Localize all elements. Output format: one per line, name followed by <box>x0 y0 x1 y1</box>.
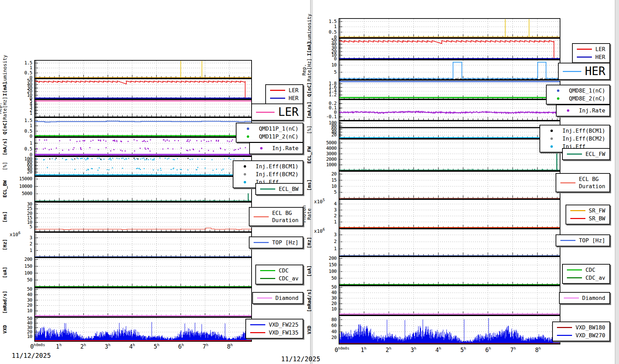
exp-label-hz: x106 <box>314 227 325 234</box>
legend-label: ECL_BW <box>279 185 299 193</box>
legend-entry: Diamond <box>564 294 605 302</box>
ytick-label: 5 <box>312 69 337 75</box>
ytick-label: 40 <box>312 290 337 295</box>
plot-her-q <box>339 80 560 99</box>
legend-box: HER <box>558 63 610 80</box>
legend-entry: Inj.Eff(BCM1) <box>544 127 605 134</box>
ytick-label: 10000 <box>8 183 32 189</box>
legend-entry: TOP [Hz] <box>560 237 605 244</box>
plot-her-photon <box>339 199 560 229</box>
line-marker-icon <box>567 277 582 278</box>
plot-her-lumi <box>339 18 560 38</box>
legend-entry: HER <box>563 65 605 77</box>
line-marker-icon <box>557 335 572 336</box>
plot-ler-ms <box>34 202 252 232</box>
legend-box: LER <box>251 104 303 121</box>
ytick-label: 15000 <box>8 176 32 181</box>
legend-entry: SR_BW <box>570 215 605 222</box>
legend-label: CDC_av <box>279 275 299 282</box>
line-marker-icon <box>560 182 575 183</box>
ytick-label: 1 <box>312 24 337 29</box>
line-marker-icon <box>250 332 265 333</box>
dot-marker-icon <box>550 130 553 132</box>
legend-label: VXD_BW180 <box>575 324 605 331</box>
ylabel-ms: [ms] <box>0 202 8 232</box>
ytick-label: 2 <box>8 241 32 246</box>
ytick-label: 1000 <box>312 162 337 167</box>
legend-entry: LER <box>270 87 299 94</box>
legend-label: ECL BG Duration <box>579 175 605 190</box>
xtick-label: 8h <box>524 346 552 353</box>
plot-her-rep <box>339 60 560 80</box>
ylabel-lumi: Luminosity <box>297 18 312 38</box>
beam-monitor-dashboard: 11/12/2025 11/12/2025 00.511.5Luminosity… <box>0 0 619 364</box>
dot-marker-icon <box>247 128 249 130</box>
legend-box: CDCCDC_av <box>255 265 303 284</box>
legend-label: CDC_av <box>585 274 605 281</box>
legend-label: Diamond <box>276 294 299 302</box>
ytick-label: 150 <box>312 262 337 267</box>
ytick-label: 1.5 <box>312 19 337 24</box>
ytick-label: 30 <box>8 297 32 303</box>
dot-marker-icon <box>557 97 559 100</box>
ytick-label: 5 <box>8 98 32 104</box>
legend-entry: LER <box>577 46 605 53</box>
ytick-label: 200 <box>8 256 32 262</box>
legend-box: QMD8E_1(nC)QMD8E_2(nC) <box>546 85 610 105</box>
line-marker-icon <box>577 57 592 58</box>
legend-box: LERHER <box>572 43 610 63</box>
legend-entry: Inj.Eff(BCM1) <box>238 163 299 170</box>
ylabel-rep: Rep.Rate[Hz] <box>297 60 312 80</box>
legend-label: LER <box>278 106 299 118</box>
xtick-label: 8h <box>216 343 244 350</box>
dot-marker-icon <box>247 135 249 138</box>
ytick-label: 0.2 <box>312 100 337 106</box>
line-marker-icon <box>270 90 285 91</box>
line-marker-icon <box>270 98 285 99</box>
plot-her-mrad <box>339 286 560 315</box>
ylabel-ima: I[mA] <box>0 78 8 99</box>
ytick-label: 100 <box>312 268 337 274</box>
legend-entry: Inj.Eff(BCM2) <box>238 171 299 178</box>
ytick-label: 2 <box>312 213 337 218</box>
legend-entry: SR_FW <box>570 207 605 214</box>
legend-label: TOP [Hz] <box>579 237 605 244</box>
ytick-label: 0.5 <box>8 70 32 75</box>
legend-box: VXD_BW180VXD_BW270 <box>552 321 610 341</box>
ytick-label: 0.5 <box>8 146 32 151</box>
legend-label: LER <box>289 87 299 94</box>
ytick-label: 3000 <box>312 151 337 156</box>
legend-label: LER <box>595 46 605 53</box>
legend-label: Inj.Eff(BCM2) <box>256 171 299 178</box>
xtick-label: 5h <box>449 346 477 353</box>
ytick-label: 2 <box>312 239 337 244</box>
legend-entry: VXD_FW135 <box>250 329 299 336</box>
ytick-label: 80 <box>312 317 337 322</box>
legend-label: QMD11P_2(nC) <box>259 133 299 140</box>
ytick-label: 20 <box>312 301 337 306</box>
ytick-label: 60 <box>312 323 337 328</box>
line-marker-icon <box>256 112 275 113</box>
ytick-label: 200 <box>312 255 337 261</box>
legend-entry: QMD8E_2(nC) <box>551 95 605 102</box>
legend-box: ECL BG Duration <box>556 173 610 192</box>
xtick-label: 7h <box>192 343 219 350</box>
ytick-label: 10 <box>8 308 32 313</box>
line-marker-icon <box>560 240 575 241</box>
ytick-label: 1 <box>8 65 32 70</box>
legend-label: VXD_FW225 <box>269 321 299 328</box>
legend-entry: Diamond <box>257 294 299 302</box>
legend-box: ECL BG Duration <box>249 207 303 226</box>
xtick-label: 5h <box>143 343 170 350</box>
line-marker-icon <box>570 218 585 219</box>
line-marker-icon <box>564 298 579 299</box>
legend-box: TOP [Hz] <box>249 236 303 248</box>
ylabel-pct: [%] <box>0 156 8 176</box>
ylabel-rep: Rep.Rate[Hz] <box>0 99 8 117</box>
ytick-label: 1 <box>8 140 32 146</box>
ytick-label: 20 <box>312 171 337 177</box>
ytick-label: 0.5 <box>312 29 337 35</box>
legend-box: ECL_FW <box>562 148 610 160</box>
exp-label-photon: x105 <box>314 198 325 204</box>
legend-label: VXD_BW270 <box>575 332 605 339</box>
